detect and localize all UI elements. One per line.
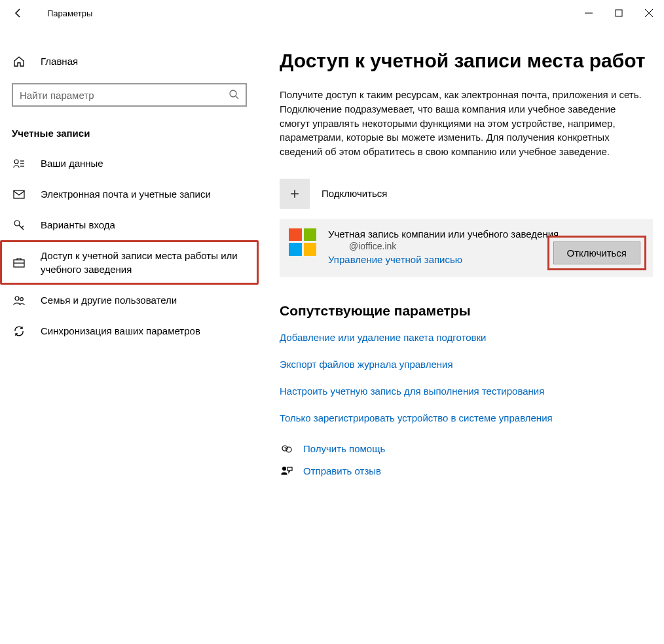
- account-card[interactable]: Учетная запись компании или учебного зав…: [280, 219, 653, 277]
- briefcase-icon: [12, 257, 26, 268]
- close-button[interactable]: [634, 0, 664, 26]
- sidebar-item-family[interactable]: Семья и другие пользователи: [0, 285, 259, 315]
- page-title: Доступ к учетной записи места работ: [280, 50, 664, 72]
- window-title: Параметры: [47, 9, 92, 18]
- sidebar-item-label: Электронная почта и учетные записи: [41, 187, 211, 201]
- search-box[interactable]: [12, 83, 247, 107]
- search-input[interactable]: [20, 90, 229, 101]
- close-icon: [645, 9, 653, 17]
- sidebar-item-label: Доступ к учетной записи места работы или…: [41, 249, 247, 276]
- home-icon: [12, 56, 26, 67]
- sidebar-item-email[interactable]: Электронная почта и учетные записи: [0, 179, 259, 209]
- feedback-link-text: Отправить отзыв: [303, 465, 381, 476]
- titlebar: Параметры: [0, 0, 664, 26]
- svg-point-4: [230, 90, 236, 97]
- help-link-text: Получить помощь: [303, 443, 385, 454]
- svg-rect-20: [287, 467, 292, 471]
- related-section: Сопутствующие параметры Добавление или у…: [280, 303, 664, 423]
- connect-label: Подключиться: [322, 188, 387, 199]
- help-link-row[interactable]: ? Получить помощь: [280, 443, 664, 455]
- svg-point-14: [15, 296, 19, 300]
- related-link-testaccount[interactable]: Настроить учетную запись для выполнения …: [280, 385, 664, 397]
- svg-rect-1: [616, 10, 622, 16]
- related-link-provisioning[interactable]: Добавление или удаление пакета подготовк…: [280, 332, 664, 343]
- mail-icon: [12, 190, 26, 199]
- content: Доступ к учетной записи места работ Полу…: [259, 26, 664, 644]
- main: Главная Учетные записи Ваши данные Элект…: [0, 26, 664, 644]
- svg-point-11: [14, 221, 20, 226]
- svg-rect-10: [14, 190, 24, 198]
- back-button[interactable]: [5, 0, 31, 26]
- sync-icon: [12, 325, 26, 337]
- sidebar-section-header: Учетные записи: [0, 120, 259, 148]
- disconnect-button[interactable]: Отключиться: [553, 241, 640, 264]
- sidebar-item-label: Ваши данные: [41, 156, 103, 170]
- arrow-left-icon: [13, 8, 24, 18]
- minimize-button[interactable]: [574, 0, 604, 26]
- sidebar-item-your-info[interactable]: Ваши данные: [0, 148, 259, 179]
- feedback-icon: [280, 465, 294, 476]
- person-card-icon: [12, 158, 26, 169]
- svg-line-5: [236, 96, 238, 99]
- page-description: Получите доступ к таким ресурсам, как эл…: [280, 88, 646, 159]
- footer-links: ? Получить помощь Отправить отзыв: [280, 443, 664, 476]
- microsoft-logo-icon: [289, 228, 316, 256]
- related-link-register[interactable]: Только зарегистрировать устройство в сис…: [280, 412, 664, 423]
- search-wrap: [0, 83, 259, 107]
- svg-point-15: [20, 297, 24, 300]
- plus-icon: +: [280, 179, 310, 209]
- connect-row[interactable]: + Подключиться: [280, 179, 664, 209]
- sidebar-item-workaccess[interactable]: Доступ к учетной записи места работы или…: [0, 240, 259, 285]
- key-icon: [12, 219, 26, 231]
- help-icon: ?: [280, 443, 294, 455]
- svg-point-6: [14, 160, 18, 164]
- minimize-icon: [585, 9, 593, 17]
- people-icon: [12, 295, 26, 306]
- sidebar: Главная Учетные записи Ваши данные Элект…: [0, 26, 259, 644]
- sidebar-home[interactable]: Главная: [0, 46, 259, 77]
- sidebar-home-label: Главная: [41, 54, 78, 68]
- sidebar-item-label: Варианты входа: [41, 218, 115, 232]
- related-link-export[interactable]: Экспорт файлов журнала управления: [280, 359, 664, 370]
- maximize-button[interactable]: [604, 0, 634, 26]
- search-icon: [229, 89, 239, 101]
- maximize-icon: [615, 9, 623, 17]
- svg-point-19: [283, 467, 286, 471]
- feedback-link-row[interactable]: Отправить отзыв: [280, 465, 664, 476]
- sidebar-item-sync[interactable]: Синхронизация ваших параметров: [0, 315, 259, 346]
- sidebar-item-signin[interactable]: Варианты входа: [0, 209, 259, 240]
- disconnect-highlight: Отключиться: [547, 236, 646, 270]
- related-heading: Сопутствующие параметры: [280, 303, 664, 319]
- sidebar-item-label: Семья и другие пользователи: [41, 293, 177, 307]
- sidebar-item-label: Синхронизация ваших параметров: [41, 324, 200, 338]
